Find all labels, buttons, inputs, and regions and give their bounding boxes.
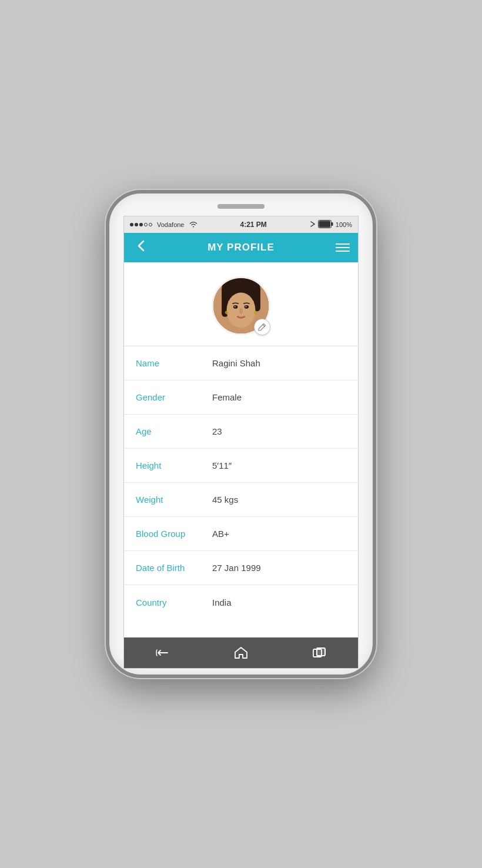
nav-back-button[interactable] — [148, 641, 178, 665]
phone-frame: Vodafone 4:21 PM — [106, 190, 376, 678]
row-value: Ragini Shah — [212, 358, 346, 368]
bluetooth-icon — [310, 220, 316, 229]
svg-point-10 — [234, 306, 236, 307]
avatar-wrapper — [212, 276, 270, 335]
signal-dot-4 — [144, 223, 148, 226]
row-value: 23 — [212, 426, 346, 436]
row-value: Female — [212, 392, 346, 402]
row-label: Age — [136, 426, 212, 436]
menu-button[interactable] — [332, 243, 350, 252]
svg-point-13 — [254, 311, 257, 314]
row-label: Name — [136, 358, 212, 368]
signal-dot-2 — [135, 223, 138, 226]
phone-speaker — [217, 204, 265, 209]
hamburger-line-1 — [336, 243, 350, 245]
nav-home-button[interactable] — [226, 641, 256, 665]
status-time: 4:21 PM — [240, 221, 267, 229]
svg-point-12 — [225, 311, 229, 314]
svg-rect-15 — [317, 648, 325, 656]
row-label: Weight — [136, 495, 212, 505]
row-label: Blood Group — [136, 529, 212, 539]
svg-rect-2 — [332, 222, 333, 226]
svg-rect-1 — [319, 221, 330, 228]
svg-point-7 — [227, 292, 256, 328]
row-value: AB+ — [212, 529, 346, 539]
table-row[interactable]: GenderFemale — [124, 380, 358, 415]
carrier-label: Vodafone — [157, 221, 185, 228]
row-value: 27 Jan 1999 — [212, 563, 346, 573]
signal-dot-5 — [149, 223, 152, 226]
edit-avatar-button[interactable] — [254, 319, 270, 335]
table-row[interactable]: Age23 — [124, 415, 358, 449]
row-value: 45 kgs — [212, 495, 346, 505]
signal-dot-3 — [139, 223, 143, 226]
profile-section — [124, 262, 358, 346]
nav-recent-button[interactable] — [304, 641, 334, 665]
table-row[interactable]: Weight45 kgs — [124, 483, 358, 517]
profile-table: NameRagini ShahGenderFemaleAge23Height5′… — [124, 346, 358, 637]
svg-point-11 — [245, 306, 247, 307]
table-row[interactable]: NameRagini Shah — [124, 346, 358, 380]
signal-dot-1 — [130, 223, 133, 226]
row-label: Height — [136, 460, 212, 470]
row-label: Date of Birth — [136, 563, 212, 573]
table-row[interactable]: Height5′11″ — [124, 449, 358, 483]
phone-screen: Vodafone 4:21 PM — [123, 216, 359, 669]
status-bar: Vodafone 4:21 PM — [124, 216, 358, 233]
status-left: Vodafone — [130, 221, 198, 229]
battery-icon — [318, 220, 333, 229]
row-value: 5′11″ — [212, 460, 346, 470]
wifi-icon — [189, 221, 198, 229]
table-row[interactable]: CountryIndia — [124, 585, 358, 619]
table-row[interactable]: Blood GroupAB+ — [124, 517, 358, 551]
app-bar: MY PROFILE — [124, 233, 358, 262]
back-button[interactable] — [132, 240, 150, 255]
hamburger-line-3 — [336, 251, 350, 252]
row-label: Gender — [136, 392, 212, 402]
bottom-nav — [124, 637, 358, 668]
hamburger-line-2 — [336, 247, 350, 248]
battery-percent: 100% — [336, 221, 352, 228]
row-value: India — [212, 597, 346, 607]
row-label: Country — [136, 597, 212, 607]
table-row[interactable]: Date of Birth27 Jan 1999 — [124, 551, 358, 585]
pencil-icon — [258, 323, 266, 331]
app-title: MY PROFILE — [207, 242, 275, 253]
signal-dots — [130, 223, 152, 226]
status-right: 100% — [310, 220, 352, 229]
